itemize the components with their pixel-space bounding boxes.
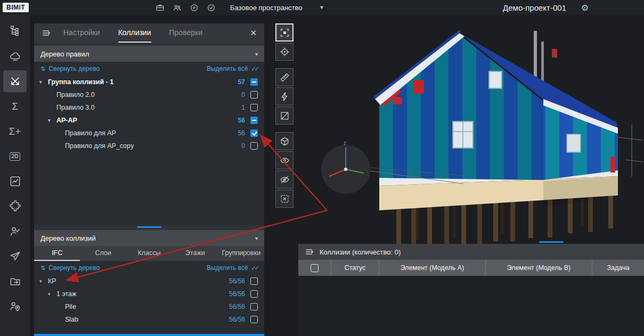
gear-icon[interactable]: ⚙ <box>581 0 589 15</box>
caret-down-icon[interactable]: ▾ <box>39 278 48 284</box>
tree-row[interactable]: Правило для АР56 <box>34 127 264 140</box>
select-all-button[interactable]: Выделить всё ✓✓ <box>207 264 258 272</box>
collisions-tree-toolbar: ⇅ Свернуть дерево Выделить всё ✓✓ <box>34 261 264 275</box>
tab-Настройки[interactable]: Настройки <box>63 23 100 43</box>
checkbox-empty[interactable] <box>250 104 258 111</box>
sidebar-item-sum-plus[interactable]: Σ+ <box>3 120 27 142</box>
sidebar-item-model-tree[interactable] <box>3 20 27 42</box>
sidebar-item-users[interactable] <box>3 220 27 242</box>
show-tool[interactable] <box>275 151 294 169</box>
tree-row-label: Правило для АР_copy <box>65 142 134 150</box>
hide-box-tool[interactable] <box>275 190 294 208</box>
collisions-table-columns: СтатусЭлемент (Модель A)Элемент (Модель … <box>298 260 644 276</box>
select-all-button[interactable]: Выделить всё ✓✓ <box>207 65 258 72</box>
checkbox-empty[interactable] <box>250 290 258 298</box>
checks-icon[interactable] <box>207 3 216 12</box>
user-location-icon <box>9 300 21 313</box>
measure-tool[interactable] <box>275 68 294 86</box>
subtab-Слои[interactable]: Слои <box>80 246 126 261</box>
checkbox-empty[interactable] <box>250 316 258 323</box>
plugins-icon <box>9 200 21 212</box>
rules-tree-header[interactable]: Дерево правил ▾ <box>34 46 264 62</box>
tree-row[interactable]: Правило 3.01 <box>34 101 264 114</box>
panel-splitter[interactable] <box>34 225 264 230</box>
splitter-handle[interactable] <box>137 226 161 228</box>
collapse-arrows-icon: ⇅ <box>40 65 45 72</box>
panel-menu-icon[interactable] <box>305 247 314 257</box>
checkbox-indeterminate[interactable] <box>250 78 258 86</box>
sidebar-item-collisions[interactable] <box>3 70 27 92</box>
collisions-tree-header[interactable]: Дерево коллизий ▾ <box>34 230 264 246</box>
collapse-tree-button[interactable]: ⇅ Свернуть дерево <box>40 65 100 72</box>
projects-icon[interactable] <box>156 3 165 12</box>
sidebar-item-plugins[interactable] <box>3 195 27 217</box>
isolate-tool[interactable] <box>275 132 294 150</box>
section-tool[interactable] <box>275 106 294 125</box>
caret-down-icon[interactable]: ▾ <box>48 291 56 297</box>
checkbox-empty[interactable] <box>250 142 258 150</box>
isolate-icon <box>280 136 290 146</box>
hide-icon <box>280 175 290 185</box>
users-icon <box>9 225 21 237</box>
select-all-checkbox[interactable] <box>311 264 319 272</box>
sidebar-item-2d-view[interactable]: 2D <box>3 145 27 167</box>
subtab-Классы[interactable]: Классы <box>126 246 172 261</box>
tree-row[interactable]: ▾АР-АР56 <box>34 114 264 127</box>
team-icon[interactable] <box>173 3 182 12</box>
column-header-Элемент (Модель A): Элемент (Модель A) <box>379 260 486 276</box>
sidebar-item-user-location[interactable] <box>3 296 27 317</box>
workspace-selector[interactable]: Базовое пространство ▼ <box>230 4 324 12</box>
tree-row[interactable]: Правило 2.00 <box>34 88 264 101</box>
hide-tool[interactable] <box>275 170 294 189</box>
focus-tool[interactable] <box>275 23 294 42</box>
show-icon <box>280 155 290 166</box>
checkbox-empty[interactable] <box>250 303 258 310</box>
tree-row[interactable]: ▾Группа коллизий - 157 <box>34 76 264 88</box>
tree-row[interactable]: ▾КР56/56 <box>34 275 264 288</box>
collapse-tree-button[interactable]: ⇅ Свернуть дерево <box>40 264 100 272</box>
caret-down-icon[interactable]: ▾ <box>48 118 56 123</box>
checkbox-checked[interactable] <box>250 129 258 137</box>
tab-Коллизии[interactable]: Коллизии <box>118 23 151 43</box>
quick-actions-tool[interactable] <box>275 87 294 105</box>
sidebar-item-charts[interactable] <box>3 170 27 192</box>
subtab-Группировки[interactable]: Группировки <box>218 246 264 261</box>
close-icon[interactable]: ✕ <box>250 28 257 38</box>
table-panel-resize-handle[interactable] <box>539 241 564 243</box>
checkbox-empty[interactable] <box>250 91 258 99</box>
tree-row[interactable]: Slab56/56 <box>34 313 264 326</box>
tree-row-label: Pile <box>65 303 76 310</box>
horizontal-scrollbar[interactable] <box>34 334 264 336</box>
column-header-Задача: Задача <box>592 260 644 276</box>
subtab-IFC[interactable]: IFC <box>34 246 80 261</box>
sidebar-item-point-cloud[interactable] <box>3 45 27 67</box>
point-cloud-icon <box>9 50 21 62</box>
currency-icon[interactable]: ₽ <box>190 3 199 12</box>
rules-tree: ⇅ Свернуть дерево Выделить всё ✓✓ ▾Групп… <box>34 62 264 225</box>
tree-row-count: 0 <box>241 142 245 150</box>
tree-row[interactable]: ▾1 этаж56/56 <box>34 288 264 300</box>
tab-Проверки[interactable]: Проверки <box>169 23 202 43</box>
collisions-tree-rows: ▾КР56/56▾1 этаж56/56Pile56/56Slab56/56 <box>34 275 264 326</box>
checkbox-indeterminate[interactable] <box>250 117 258 124</box>
tree-row[interactable]: Pile56/56 <box>34 300 264 313</box>
tree-row[interactable]: Правило для АР_copy0 <box>34 140 264 152</box>
panel-menu-icon[interactable] <box>42 28 51 38</box>
locate-tool[interactable] <box>275 43 294 61</box>
svg-text:₽: ₽ <box>193 6 195 10</box>
subtab-Этажи[interactable]: Этажи <box>172 246 218 261</box>
collisions-table-header: Коллизии (количество: 0) <box>298 244 644 260</box>
workspace-selector-value: Базовое пространство <box>230 4 303 12</box>
tree-row-label: АР-АР <box>56 117 77 124</box>
tree-row-count: 57 <box>238 78 245 86</box>
select-all-label: Выделить всё <box>207 65 248 72</box>
sidebar-item-export[interactable] <box>3 271 27 292</box>
sidebar-item-publish[interactable] <box>3 245 27 267</box>
caret-down-icon[interactable]: ▾ <box>39 79 48 85</box>
sidebar-item-sum[interactable]: Σ <box>3 95 27 117</box>
checkbox-empty[interactable] <box>250 277 258 285</box>
tree-row-count: 56 <box>238 117 245 124</box>
topbar: BIMiT ₽ Базовое пространство ▼ Демо-прое… <box>0 0 644 15</box>
2d-view-icon: 2D <box>10 152 21 161</box>
sum-plus-icon: Σ+ <box>9 126 21 136</box>
